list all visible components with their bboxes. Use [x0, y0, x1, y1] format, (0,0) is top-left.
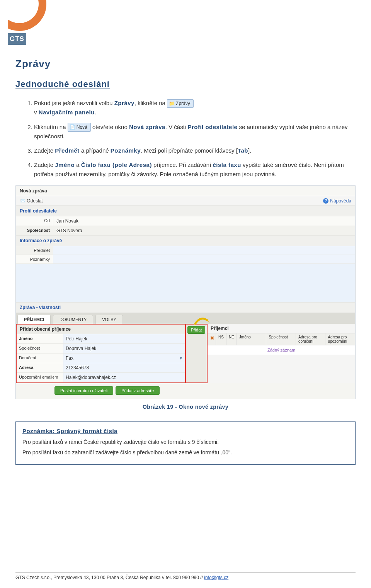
section-sender: Profil odesílatele: [16, 206, 355, 216]
label-address: Adresa: [17, 363, 63, 372]
col-company: Společnost: [266, 333, 296, 345]
note-p1: Pro posílání faxů v rámci České republik…: [22, 438, 349, 446]
value-company: GTS Novera: [53, 226, 355, 235]
text: Pokud jste ještě nezvolili volbu: [34, 100, 114, 106]
btn-label: Nová: [77, 124, 87, 130]
step-1: Pokud jste ještě nezvolili volbu Zprávy,…: [34, 99, 356, 117]
keyword: Nová zpráva: [129, 124, 165, 130]
tab-documents[interactable]: DOKUMENTY: [53, 315, 93, 324]
label-from: Od: [16, 216, 53, 226]
step-4: Zadejte Jméno a Číslo faxu (pole Adresa)…: [34, 160, 356, 178]
help-link[interactable]: ?Nápověda: [323, 198, 351, 204]
logo-text: GTS: [8, 33, 26, 45]
new-message-window: Nová zpráva 📨 Odeslat ?Nápověda Profil o…: [15, 185, 356, 399]
keyword: Zprávy: [114, 100, 134, 106]
name-input[interactable]: Petr Hajek: [63, 334, 185, 343]
arrow-icon: [192, 314, 215, 328]
label-notes: Poznámky: [16, 255, 53, 263]
keyword: čísla faxu: [213, 161, 241, 168]
step-2: Kliknutím na 📄Nová otevřete okno Nová zp…: [34, 122, 356, 141]
label-notify: Upozornění emailem: [17, 373, 63, 382]
keyword: Tab: [238, 147, 248, 154]
footer-link[interactable]: info@gts.cz: [204, 575, 228, 580]
label-company: Společnost: [16, 226, 53, 235]
tab-bar: PŘÍJEMCI DOKUMENTY VOLBY: [16, 313, 355, 324]
delivery-select[interactable]: Fax: [63, 353, 185, 363]
figure-caption: Obrázek 19 - Okno nové zprávy: [15, 404, 356, 410]
help-icon: ?: [323, 198, 328, 204]
recipients-list-panel: Příjemci ✖ NS NE Jméno Společnost Adresa…: [208, 324, 355, 383]
address-input[interactable]: 212345678: [63, 363, 185, 372]
send-icon: 📨: [20, 198, 27, 204]
keyword: Jméno: [55, 161, 75, 168]
send-button[interactable]: 📨 Odeslat: [20, 198, 43, 204]
logo: GTS: [8, 0, 54, 46]
text: a případné: [80, 147, 111, 154]
text: a: [75, 161, 81, 168]
text: otevřete okno: [91, 124, 129, 130]
label: Nápověda: [330, 198, 351, 204]
text: v: [34, 109, 39, 116]
bottom-buttons: Poslat internímu uživateli Přidat z adre…: [16, 383, 355, 399]
tab-recipients[interactable]: PŘÍJEMCI: [17, 315, 51, 324]
col-ne: NE: [226, 333, 237, 345]
recipients-area: Přidat obecné příjemce JménoPetr Hajek S…: [16, 324, 355, 383]
keyword: Navigačním panelu: [39, 109, 95, 116]
notes-textarea[interactable]: [16, 264, 355, 302]
subsection-title: Jednoduché odeslání: [15, 79, 356, 89]
keyword: Předmět: [55, 147, 80, 154]
zpravy-nav-button[interactable]: 📁Zprávy: [167, 99, 194, 108]
text: Kliknutím na: [34, 124, 68, 130]
nova-button[interactable]: 📄Nová: [68, 123, 91, 132]
notes-input[interactable]: [53, 255, 355, 263]
recipients-table-header: ✖ NS NE Jméno Společnost Adresa pro doru…: [208, 333, 355, 345]
text: příjemce. Při zadávání: [152, 161, 213, 168]
keyword: Číslo faxu (pole Adresa): [81, 161, 152, 168]
text: .: [95, 109, 96, 116]
footer: GTS Czech s.r.o., Přemyslovská 43, 130 0…: [15, 572, 356, 580]
add-recipient-title: Přidat obecné příjemce: [17, 325, 185, 334]
value-from: Jan Novak: [53, 216, 355, 226]
label: Odeslat: [27, 198, 43, 204]
keyword: Profil odesílatele: [187, 124, 237, 130]
note-title: Poznámka: Správný formát čísla: [22, 428, 349, 434]
footer-text: GTS Czech s.r.o., Přemyslovská 43, 130 0…: [15, 575, 204, 580]
folder-icon: 📁: [169, 101, 175, 106]
tab-options[interactable]: VOLBY: [95, 315, 123, 324]
col-addr-notify: Adresa pro upozornění: [325, 333, 355, 345]
empty-record-text: Žádný záznam: [208, 345, 355, 355]
label-rcompany: Společnost: [17, 344, 63, 353]
label-delivery: Doručení: [17, 353, 63, 363]
text: . Mezi poli přepínáte pomocí klávesy [: [141, 147, 238, 154]
subject-input[interactable]: [53, 246, 355, 255]
col-name: Jméno: [237, 333, 267, 345]
text: ].: [248, 147, 251, 154]
section-info: Informace o zprávě: [16, 236, 355, 246]
add-from-addressbook-button[interactable]: Přidat z adresáře: [116, 386, 160, 395]
step-3: Zadejte Předmět a případné Poznámky. Mez…: [34, 146, 356, 155]
col-addr-delivery: Adresa pro doručení: [296, 333, 326, 345]
col-ns: NS: [216, 333, 226, 345]
step-list: Pokud jste ještě nezvolili volbu Zprávy,…: [15, 99, 356, 178]
add-button-col: Přidat: [186, 324, 208, 383]
window-title: Nová zpráva: [16, 186, 355, 196]
note-p2: Pro posílání faxů do zahraničí zadávejte…: [22, 449, 349, 457]
btn-label: Zprávy: [176, 101, 190, 106]
rcompany-input[interactable]: Doprava Hajek: [63, 344, 185, 353]
window-toolbar: 📨 Odeslat ?Nápověda: [16, 196, 355, 206]
text: , klikněte na: [134, 100, 167, 106]
delete-icon[interactable]: ✖: [208, 333, 216, 345]
notify-input[interactable]: Hajek@dopravahajek.cz: [63, 373, 185, 382]
keyword: Poznámky: [111, 147, 141, 154]
text: Zadejte: [34, 161, 55, 168]
section-props: Zpráva - vlastnosti: [16, 302, 355, 313]
new-icon: 📄: [70, 124, 75, 130]
send-internal-button[interactable]: Poslat internímu uživateli: [54, 386, 113, 395]
text: . V části: [165, 124, 188, 130]
page-title: Zprávy: [15, 58, 356, 70]
label-name: Jméno: [17, 334, 63, 343]
recipients-list-title: Příjemci: [208, 324, 355, 333]
label-subject: Předmět: [16, 246, 53, 255]
text: Zadejte: [34, 147, 55, 154]
add-recipient-panel: Přidat obecné příjemce JménoPetr Hajek S…: [16, 324, 186, 383]
